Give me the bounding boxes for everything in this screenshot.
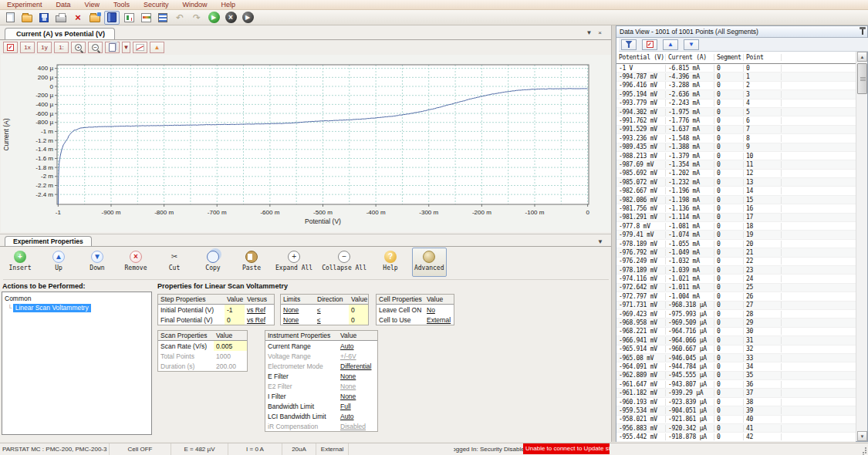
- undo-button[interactable]: ↶: [172, 11, 187, 25]
- graph-view-button[interactable]: [121, 11, 137, 25]
- status-current-range[interactable]: 20uA: [282, 443, 316, 455]
- first-point-button[interactable]: ▲: [663, 39, 678, 50]
- cell[interactable]: Auto: [338, 411, 377, 421]
- instrument-property-row[interactable]: Bandwidth LimitFull: [265, 401, 377, 411]
- filter-button[interactable]: [621, 39, 637, 50]
- expand-all-button[interactable]: +Expand All: [273, 248, 315, 277]
- status-potential[interactable]: E = 482 µV: [171, 443, 228, 455]
- data-point-row[interactable]: -996.416 mV-3.288 mA02: [616, 82, 856, 90]
- copy-button[interactable]: Copy: [196, 248, 230, 277]
- cut-button[interactable]: ✂Cut: [157, 248, 191, 277]
- data-point-row[interactable]: -972.642 mV-1.011 mA025: [616, 284, 856, 292]
- data-point-row[interactable]: -961.182 mV-939.29 µA037: [616, 389, 856, 397]
- data-point-row[interactable]: -976.249 mV-1.032 mA022: [616, 258, 856, 266]
- collapse-all-button[interactable]: −Collapse All: [319, 248, 369, 277]
- line-tool-button[interactable]: [133, 42, 147, 53]
- data-point-row[interactable]: -988.213 mV-1.379 mA010: [616, 152, 856, 160]
- step-property-row[interactable]: Final Potential (V)0vs Ref: [158, 315, 274, 325]
- data-point-row[interactable]: -985.692 mV-1.202 mA012: [616, 170, 856, 178]
- menu-experiment[interactable]: Experiment: [0, 0, 49, 10]
- scan-property-row[interactable]: Duration (s)200.00: [158, 361, 247, 371]
- down-button[interactable]: ▼Down: [80, 248, 114, 277]
- cell[interactable]: 0: [225, 315, 245, 325]
- resize-grip[interactable]: [858, 445, 867, 454]
- menu-data[interactable]: Data: [49, 0, 78, 10]
- experiment-properties-button[interactable]: [104, 11, 120, 25]
- cell[interactable]: vs Ref: [245, 315, 274, 325]
- data-point-row[interactable]: -981.756 mV-1.136 mA016: [616, 204, 856, 213]
- export-data-button[interactable]: [87, 11, 103, 25]
- edit-graph-button[interactable]: ✓: [3, 42, 18, 53]
- data-point-row[interactable]: -982.086 mV-1.198 mA015: [616, 196, 856, 204]
- data-point-row[interactable]: -977.8 mV-1.081 mA018: [616, 222, 856, 231]
- data-point-row[interactable]: -971.731 mV-968.318 µA027: [616, 302, 856, 310]
- instrument-property-row[interactable]: Current RangeAuto: [265, 341, 377, 351]
- cell[interactable]: vs Ref: [245, 305, 274, 315]
- data-point-row[interactable]: -960.193 mV-923.839 µA038: [616, 398, 856, 406]
- status-spacer[interactable]: [349, 443, 454, 455]
- graph-panel-close-button[interactable]: ×: [598, 29, 602, 36]
- cell[interactable]: Disabled: [338, 421, 377, 431]
- scale-x-axis-button[interactable]: 1x: [20, 42, 35, 53]
- cell-property-row[interactable]: Cell to UseExternal: [377, 315, 454, 325]
- limit-row[interactable]: None≤0: [281, 315, 368, 325]
- data-point-row[interactable]: -964.091 mV-944.784 µA034: [616, 362, 856, 371]
- data-point-row[interactable]: -993.779 mV-2.243 mA04: [616, 99, 856, 108]
- cell[interactable]: External: [424, 315, 454, 325]
- data-point-row[interactable]: -966.941 mV-964.066 µA031: [616, 336, 856, 345]
- cell[interactable]: -1: [225, 305, 245, 315]
- data-point-row[interactable]: -962.889 mV-945.555 µA035: [616, 372, 856, 380]
- scrollbar-thumb[interactable]: [857, 63, 867, 94]
- data-point-row[interactable]: -965.914 mV-960.667 µA032: [616, 345, 856, 354]
- data-point-row[interactable]: -976.792 mV-1.049 mA021: [616, 248, 856, 257]
- data-point-row[interactable]: -987.69 mV-1.354 mA011: [616, 160, 856, 169]
- status-login[interactable]: Logged In: Security Disabled: [454, 443, 523, 455]
- tab-experiment-properties[interactable]: Experiment Properties: [5, 236, 92, 246]
- cell[interactable]: No: [424, 305, 454, 315]
- edit-data-button[interactable]: ✓: [642, 39, 657, 50]
- status-current[interactable]: I = 0 A: [228, 443, 282, 455]
- scroll-up-button[interactable]: ▲: [857, 52, 867, 62]
- data-point-row[interactable]: -972.797 mV-1.004 mA026: [616, 292, 856, 301]
- cell[interactable]: None: [338, 371, 377, 381]
- tree-item-common[interactable]: Common: [5, 294, 151, 303]
- cell-property-row[interactable]: Leave Cell ONNo: [377, 305, 454, 315]
- scroll-down-button[interactable]: ▼: [857, 431, 867, 441]
- print-button[interactable]: [53, 11, 69, 25]
- data-point-row[interactable]: -991.762 mV-1.776 mA06: [616, 116, 856, 125]
- cell[interactable]: 0: [349, 315, 368, 325]
- data-point-row[interactable]: -958.021 mV-921.861 µA040: [616, 416, 856, 424]
- tree-item-linear-scan-voltammetry[interactable]: └ Linear Scan Voltammetry: [5, 303, 151, 312]
- instrument-property-row[interactable]: E FilterNone: [265, 371, 377, 381]
- step-property-row[interactable]: Initial Potential (V)-1vs Ref: [158, 305, 274, 315]
- data-point-row[interactable]: -965.08 mV-946.045 µA033: [616, 354, 856, 362]
- experiment-panel-menu-button[interactable]: ▼: [597, 238, 603, 245]
- data-point-row[interactable]: -981.291 mV-1.114 mA017: [616, 214, 856, 222]
- instrument-property-row[interactable]: Voltage Range+/-6V: [265, 351, 377, 361]
- run-experiment-button[interactable]: ▶: [206, 11, 221, 25]
- instrument-header-row[interactable]: Instrument PropertiesValue: [265, 331, 377, 341]
- up-button[interactable]: ▲Up: [42, 248, 76, 277]
- data-point-row[interactable]: -956.883 mV-920.342 µA041: [616, 424, 856, 433]
- cell[interactable]: ≤: [315, 315, 349, 325]
- data-point-row[interactable]: -968.221 mV-964.716 µA030: [616, 328, 856, 336]
- menu-security[interactable]: Security: [137, 0, 176, 10]
- scale-y-axis-button[interactable]: 1y: [37, 42, 52, 53]
- scan-property-row[interactable]: Total Points1000: [158, 351, 247, 361]
- pin-icon[interactable]: [862, 29, 863, 35]
- graph-panel-menu-button[interactable]: ▼: [586, 29, 592, 36]
- status-cell-type[interactable]: External: [316, 443, 349, 455]
- zoom-in-button[interactable]: +: [71, 42, 86, 53]
- insert-button[interactable]: +Insert: [3, 248, 37, 277]
- scale-both-axes-button[interactable]: 1:: [54, 42, 69, 53]
- paste-button[interactable]: Paste: [235, 248, 269, 277]
- cell[interactable]: ≤: [315, 305, 349, 315]
- peak-tool-button[interactable]: ▲: [150, 42, 164, 53]
- data-point-row[interactable]: -1 V-6.815 mA00: [616, 64, 856, 72]
- delete-button[interactable]: ×: [70, 11, 86, 25]
- help-button[interactable]: ?Help: [373, 248, 407, 277]
- instrument-property-row[interactable]: E2 FilterNone: [265, 381, 377, 391]
- data-point-row[interactable]: -974.116 mV-1.021 mA024: [616, 275, 856, 283]
- status-device[interactable]: PARSTAT MC : PMC-200, PMC-200-3: [0, 443, 110, 455]
- scan-header-row[interactable]: Scan PropertiesValue: [158, 331, 247, 341]
